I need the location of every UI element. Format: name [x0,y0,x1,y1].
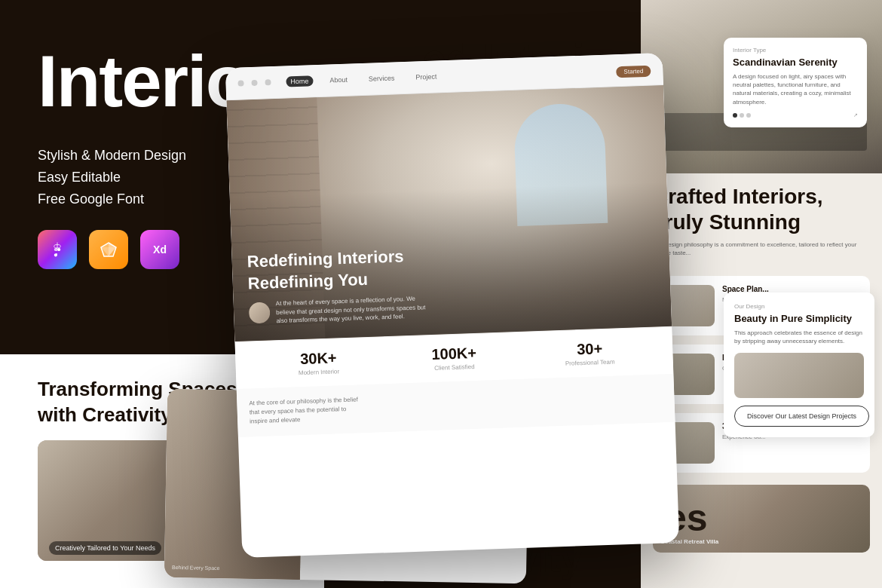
float-card-our-design: Our Design Beauty in Pure Simplicity Thi… [724,292,874,437]
float-design-title: Beauty in Pure Simplicity [734,313,864,324]
float-design-desc: This approach celebrates the essence of … [734,329,864,345]
right-title-area: Crafted Interiors,Truly Stunning Our des… [641,173,882,264]
float-design-label: Our Design [734,303,864,310]
stat-number-2: 100K+ [386,343,522,365]
stat-professional-team: 30+ Professional Team [522,338,658,369]
main-mockup-card: Home About Services Project Started Rede… [225,53,679,558]
float-card-interior-type: Interior Type Scandinavian Serenity A de… [724,38,867,127]
nav-links-row: Home About Services Project [286,71,441,87]
design-thumbnail [734,353,864,398]
nav-about[interactable]: About [325,74,352,85]
about-philosophy: At the core of our philosophy is the bel… [249,384,663,426]
nav-services[interactable]: Services [364,72,400,84]
tag-custom-interior: Creatively Tailored to Your Needs [49,541,161,555]
nav-dot-2 [251,80,257,86]
float-type-desc: A design focused on light, airy spaces w… [733,72,858,106]
started-badge[interactable]: Started [616,66,651,78]
float-type-title: Scandinavian Serenity [733,57,858,68]
stat-modern-interior: 30K+ Modern Interior [250,348,387,378]
nav-dot-1 [237,80,243,86]
nav-dot-3 [265,79,271,85]
stat-client-satisfied: 100K+ Client Satisfied [386,343,522,373]
nav-project[interactable]: Project [411,71,441,82]
hero-desc: At the heart of every space is a reflect… [276,295,427,326]
hero-main-title: Redefining InteriorsRedefining You [247,237,655,295]
right-bottom-villa: Coastal Retreat Villa [653,485,870,553]
mockup-hero-image: Redefining InteriorsRedefining You At th… [226,85,672,341]
right-desc: Our design philosophy is a commitment to… [653,240,870,257]
coastal-villa-image: Coastal Retreat Villa [653,485,870,553]
card-title-space: Space Plan... [722,285,801,293]
figma-icon[interactable] [38,230,77,269]
share-icon-area[interactable]: ↗ [853,112,858,118]
discover-button[interactable]: Discover Our Latest Design Projects [734,406,869,427]
hero-overlay: Redefining InteriorsRedefining You At th… [226,85,672,341]
float-type-label: Interior Type [733,47,858,54]
stat-number-1: 30K+ [250,348,387,369]
sketch-icon[interactable] [89,230,128,269]
xd-label: Xd [153,243,167,256]
right-crafted-title: Crafted Interiors,Truly Stunning [653,184,870,234]
nav-home[interactable]: Home [286,75,313,87]
stat-number-3: 30+ [522,338,658,360]
xd-icon[interactable]: Xd [140,230,179,269]
